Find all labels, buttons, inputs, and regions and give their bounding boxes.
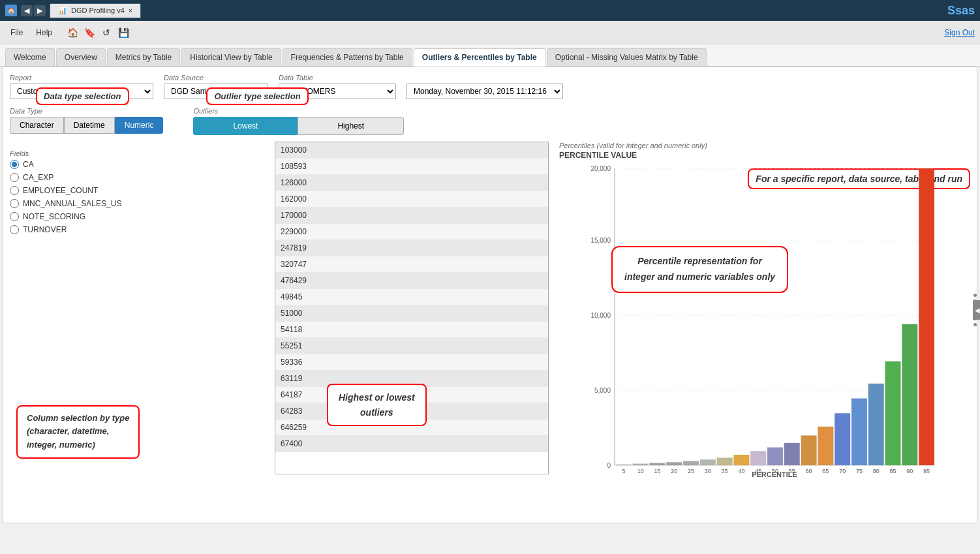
list-item[interactable]: 476429 (275, 273, 548, 289)
datatype-label: Data Type (10, 107, 163, 115)
menu-file[interactable]: File (5, 25, 28, 40)
list-item[interactable]: 108593 (275, 159, 548, 175)
report-row: Report Customers Profile Data Source DGD… (10, 74, 970, 99)
right-chevron[interactable]: ◀ (973, 300, 980, 320)
radio-item[interactable]: NOTE_SCORING (10, 212, 264, 221)
annotation-datatype: Data type selection (36, 87, 129, 105)
nav-back-button[interactable]: ◀ (21, 5, 33, 16)
main-panels: Fields CACA_EXPEMPLOYEE_COUNTMNC_ANNUAL_… (10, 142, 970, 478)
tab-outliers[interactable]: Outliers & Percentiles by Table (414, 48, 545, 67)
chart-subtitle: Percentiles (valid for integer and numer… (559, 142, 970, 149)
svg-text:60: 60 (806, 468, 812, 474)
svg-rect-26 (868, 384, 884, 465)
svg-text:40: 40 (738, 468, 744, 474)
active-tab[interactable]: 📊 DGD Profiling v4 × (50, 3, 141, 18)
toolbar-save-icon[interactable]: 💾 (116, 25, 130, 40)
list-item[interactable]: 170000 (275, 208, 548, 224)
svg-text:10,000: 10,000 (590, 312, 611, 319)
svg-text:5,000: 5,000 (594, 387, 611, 394)
radio-item[interactable]: CA_EXP (10, 173, 264, 182)
tab-welcome[interactable]: Welcome (5, 48, 55, 66)
list-item[interactable]: 51000 (275, 305, 548, 322)
chart-container: 0 5,000 10,000 15,000 20,000 51015202530… (559, 165, 970, 478)
run-field-group: Monday, November 30, 2015 11:12:16 AM (406, 74, 563, 99)
svg-rect-18 (734, 455, 750, 465)
type-buttons: Character Datetime Numeric (10, 117, 163, 134)
annotation-outliertype: Outlier type selection (206, 87, 308, 105)
svg-text:95: 95 (923, 468, 930, 474)
tab-overview[interactable]: Overview (56, 48, 106, 66)
toolbar-bookmark-icon[interactable]: 🔖 (82, 25, 97, 40)
radio-item[interactable]: EMPLOYEE_COUNT (10, 186, 264, 195)
annotation-column: Column selection by type(character, date… (16, 405, 140, 459)
svg-rect-19 (750, 451, 766, 465)
radio-item[interactable]: MNC_ANNUAL_SALES_US (10, 199, 264, 208)
menu-help[interactable]: Help (31, 25, 57, 40)
list-item[interactable]: 67400 (275, 436, 548, 452)
radio-circle (10, 160, 19, 169)
list-item[interactable]: 229000 (275, 224, 548, 240)
toolbar-home-icon[interactable]: 🏠 (65, 25, 80, 40)
list-item[interactable]: 103000 (275, 142, 548, 159)
sas-logo: Ssas (947, 4, 975, 18)
type-btn-numeric[interactable]: Numeric (115, 117, 164, 134)
radio-label: TURNOVER (23, 225, 67, 234)
list-item[interactable]: 59336 (275, 354, 548, 371)
title-bar-left: 🏠 ◀ ▶ 📊 DGD Profiling v4 × (5, 3, 141, 18)
nav-buttons[interactable]: ◀ ▶ (21, 5, 46, 16)
svg-text:PERCENTILE: PERCENTILE (752, 470, 797, 478)
close-tab-button[interactable]: × (129, 7, 132, 14)
tab-label: DGD Profiling v4 (71, 7, 125, 14)
svg-rect-13 (650, 463, 666, 465)
svg-rect-29 (919, 168, 934, 465)
sign-out-link[interactable]: Sign Out (944, 28, 975, 37)
svg-text:70: 70 (839, 468, 846, 474)
svg-text:10: 10 (637, 468, 644, 474)
list-item[interactable]: 247819 (275, 240, 548, 256)
tab-frequencies[interactable]: Frequencies & Patterns by Table (283, 48, 412, 66)
outlier-btn-lowest[interactable]: Lowest (193, 117, 298, 135)
report-label: Report (10, 74, 153, 82)
tab-missing[interactable]: Optional - Missing Values Matrix by Tabl… (547, 48, 707, 66)
toolbar-icons: 🏠 🔖 ↺ 💾 (65, 25, 130, 40)
nav-forward-button[interactable]: ▶ (34, 5, 46, 16)
outlier-btn-highest[interactable]: Highest (298, 117, 404, 135)
radio-list: CACA_EXPEMPLOYEE_COUNTMNC_ANNUAL_SALES_U… (10, 160, 264, 234)
chart-title: PERCENTILE VALUE (559, 151, 970, 160)
svg-rect-28 (902, 324, 917, 465)
chart-svg: 0 5,000 10,000 15,000 20,000 51015202530… (559, 165, 970, 478)
type-btn-datetime[interactable]: Datetime (64, 117, 115, 134)
radio-circle (10, 186, 19, 195)
radio-item[interactable]: TURNOVER (10, 225, 264, 234)
svg-rect-21 (784, 443, 800, 465)
svg-rect-14 (666, 462, 682, 465)
svg-rect-17 (717, 458, 733, 465)
radio-circle (10, 199, 19, 208)
run-label (406, 74, 563, 82)
toolbar-refresh-icon[interactable]: ↺ (99, 25, 114, 40)
page-tabs: WelcomeOverviewMetrics by TableHistorica… (0, 44, 980, 67)
tab-historical[interactable]: Historical View by Table (181, 48, 281, 66)
datasource-label: Data Source (164, 74, 268, 82)
svg-text:15,000: 15,000 (590, 237, 611, 244)
right-panel: Percentiles (valid for integer and numer… (559, 142, 970, 478)
list-item[interactable]: 55251 (275, 338, 548, 354)
list-item[interactable]: 162000 (275, 191, 548, 208)
svg-text:20: 20 (671, 468, 677, 474)
fields-label: Fields (10, 149, 264, 157)
radio-label: CA (23, 160, 34, 169)
annotation-outlier-values: Highest or lowestoutliers (327, 384, 427, 426)
type-btn-character[interactable]: Character (10, 117, 64, 134)
list-item[interactable]: 320747 (275, 256, 548, 273)
outlier-buttons: Lowest Highest (193, 117, 404, 135)
list-item[interactable]: 126000 (275, 175, 548, 191)
tab-metrics[interactable]: Metrics by Table (107, 48, 180, 66)
run-select[interactable]: Monday, November 30, 2015 11:12:16 AM (406, 84, 563, 99)
svg-text:15: 15 (654, 468, 660, 474)
radio-label: NOTE_SCORING (23, 212, 85, 221)
svg-text:5: 5 (622, 468, 625, 474)
radio-item[interactable]: CA (10, 160, 264, 169)
list-item[interactable]: 54118 (275, 322, 548, 338)
radio-circle (10, 173, 19, 182)
list-item[interactable]: 49845 (275, 289, 548, 305)
